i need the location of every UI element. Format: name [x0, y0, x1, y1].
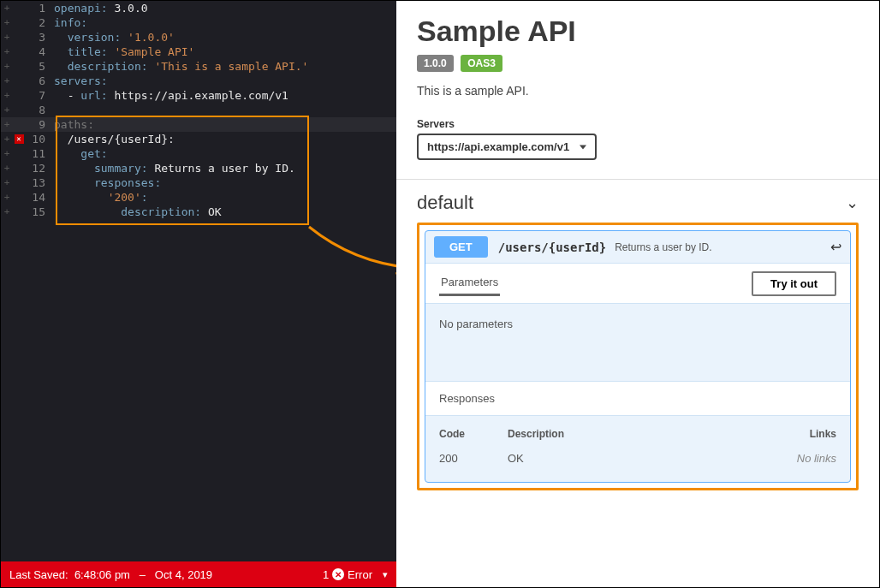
code-line[interactable]: +5 description: 'This is a sample API.' [1, 59, 396, 74]
code-line[interactable]: +7 - url: https://api.example.com/v1 [1, 88, 396, 103]
line-number: 10 [25, 133, 54, 146]
code-content[interactable]: get: [54, 147, 108, 160]
code-area[interactable]: +1openapi: 3.0.0+2info:+3 version: '1.0.… [1, 1, 396, 561]
status-bar: Last Saved: 6:48:06 pm – Oct 4, 2019 1 ✕… [1, 561, 396, 587]
code-content[interactable]: title: 'Sample API' [54, 45, 194, 58]
code-content[interactable]: responses: [54, 176, 161, 189]
line-number: 11 [25, 147, 54, 160]
line-number: 3 [25, 31, 54, 44]
last-saved-time: 6:48:06 pm [74, 568, 130, 581]
line-number: 6 [25, 74, 54, 87]
code-line[interactable]: +9paths: [1, 117, 396, 132]
gutter-plus: + [1, 17, 13, 28]
code-content[interactable]: servers: [54, 74, 108, 87]
gutter-plus: + [1, 206, 13, 217]
code-line[interactable]: +6servers: [1, 74, 396, 88]
code-content[interactable]: version: '1.0.0' [54, 31, 175, 44]
return-icon[interactable]: ↩ [830, 239, 841, 255]
code-line[interactable]: +15 description: OK [1, 205, 396, 219]
code-line[interactable]: +12 summary: Returns a user by ID. [1, 161, 396, 175]
code-content[interactable]: description: OK [54, 205, 222, 218]
version-badge: 1.0.0 [417, 55, 454, 72]
api-description: This is a sample API. [417, 84, 859, 98]
error-icon[interactable]: ✕ [332, 568, 344, 580]
gutter-plus: + [1, 104, 13, 116]
chevron-down-icon[interactable]: ▾ [383, 569, 388, 580]
oas-badge: OAS3 [461, 55, 502, 72]
response-links: No links [768, 452, 836, 465]
operation-block: GET /users/{userId} Returns a user by ID… [425, 230, 851, 483]
code-line[interactable]: +4 title: 'Sample API' [1, 45, 396, 59]
code-content[interactable]: description: 'This is a sample API.' [54, 60, 308, 73]
section-header[interactable]: default ⌄ [417, 192, 859, 214]
gutter-plus: + [1, 134, 13, 145]
code-line[interactable]: +13 responses: [1, 175, 396, 190]
last-saved-label: Last Saved: [9, 568, 68, 581]
line-number: 9 [25, 118, 54, 131]
divider [396, 179, 879, 180]
code-content[interactable]: '200': [54, 191, 148, 204]
code-content[interactable]: openapi: 3.0.0 [54, 2, 148, 15]
code-line[interactable]: +✕10 /users/{userId}: [1, 132, 396, 146]
gutter-plus: + [1, 148, 13, 159]
operation-highlight-box: GET /users/{userId} Returns a user by ID… [417, 223, 859, 490]
code-line[interactable]: +1openapi: 3.0.0 [1, 1, 396, 15]
gutter-plus: + [1, 192, 13, 203]
line-number: 7 [25, 89, 54, 102]
server-url: https://api.example.com/v1 [427, 140, 569, 153]
gutter-plus: + [1, 32, 13, 43]
servers-label: Servers [417, 118, 859, 130]
line-number: 1 [25, 2, 54, 15]
code-line[interactable]: +8 [1, 103, 396, 117]
parameters-bar: Parameters Try it out [425, 264, 850, 304]
try-it-out-button[interactable]: Try it out [752, 271, 836, 296]
code-content[interactable]: - url: https://api.example.com/v1 [54, 89, 288, 102]
gutter-plus: + [1, 3, 13, 14]
gutter-plus: + [1, 90, 13, 101]
no-parameters-text: No parameters [425, 304, 850, 381]
last-saved-date: Oct 4, 2019 [155, 568, 212, 581]
gutter-plus: + [1, 177, 13, 188]
code-line[interactable]: +2info: [1, 15, 396, 30]
line-number: 4 [25, 45, 54, 58]
docs-panel[interactable]: Sample API 1.0.0 OAS3 This is a sample A… [396, 1, 879, 587]
code-line[interactable]: +11 get: [1, 146, 396, 161]
code-content[interactable]: paths: [54, 118, 94, 131]
code-editor[interactable]: +1openapi: 3.0.0+2info:+3 version: '1.0.… [1, 1, 396, 587]
line-number: 13 [25, 176, 54, 189]
code-content[interactable]: info: [54, 16, 87, 29]
operation-path: /users/{userId} [498, 241, 606, 254]
chevron-down-icon[interactable]: ⌄ [846, 193, 859, 212]
line-number: 12 [25, 162, 54, 175]
code-content[interactable]: /users/{userId}: [54, 133, 175, 146]
gutter-error: ✕ [13, 134, 25, 144]
badges: 1.0.0 OAS3 [417, 55, 859, 72]
error-label[interactable]: Error [348, 568, 372, 581]
col-links-header: Links [768, 428, 836, 440]
section-name: default [417, 192, 473, 214]
error-marker-icon[interactable]: ✕ [15, 134, 24, 144]
responses-table: Code Description Links 200OKNo links [425, 416, 850, 482]
error-count[interactable]: 1 [323, 568, 329, 581]
responses-label: Responses [425, 381, 850, 416]
gutter-plus: + [1, 119, 13, 130]
last-saved-sep: – [140, 568, 146, 581]
col-code-header: Code [439, 428, 508, 440]
http-method-badge: GET [434, 236, 488, 258]
code-line[interactable]: +3 version: '1.0.0' [1, 30, 396, 45]
code-line[interactable]: +14 '200': [1, 190, 396, 205]
response-row: 200OKNo links [439, 452, 836, 465]
line-number: 5 [25, 60, 54, 73]
response-desc: OK [508, 452, 768, 465]
operation-summary-text: Returns a user by ID. [615, 241, 830, 253]
parameters-tab[interactable]: Parameters [439, 270, 500, 296]
operation-summary[interactable]: GET /users/{userId} Returns a user by ID… [425, 231, 850, 263]
gutter-plus: + [1, 163, 13, 174]
gutter-plus: + [1, 46, 13, 57]
line-number: 2 [25, 16, 54, 29]
server-select[interactable]: https://api.example.com/v1 [417, 134, 597, 160]
code-content[interactable]: summary: Returns a user by ID. [54, 162, 295, 175]
response-code: 200 [439, 452, 508, 465]
line-number: 15 [25, 205, 54, 218]
api-title: Sample API [417, 15, 859, 48]
